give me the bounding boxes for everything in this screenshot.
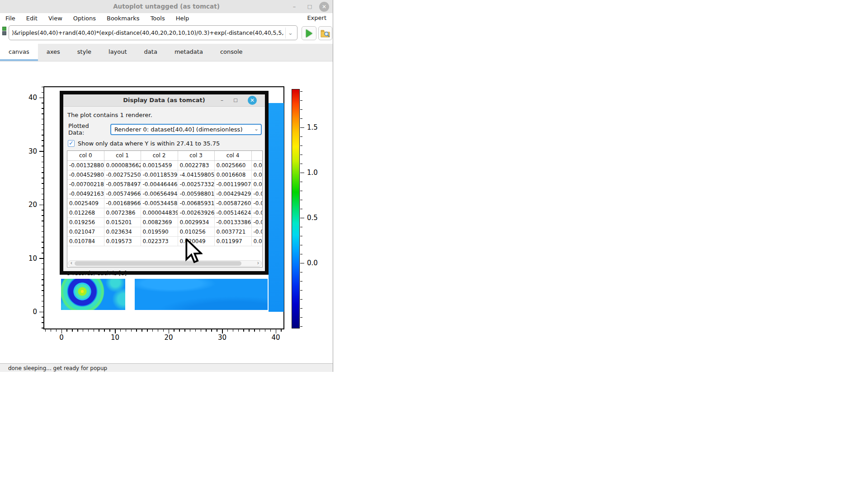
x-tick — [115, 329, 116, 333]
horizontal-scrollbar[interactable]: ‹ › — [68, 260, 262, 267]
x-tick — [99, 329, 99, 332]
tab-style[interactable]: style — [69, 44, 100, 61]
colorbar-tick — [300, 100, 302, 101]
plotted-data-combobox[interactable]: Renderer 0: dataset[40,40] (dimensionles… — [110, 124, 262, 135]
colorbar — [292, 89, 300, 328]
tab-canvas[interactable]: canvas — [0, 44, 38, 61]
tab-metadata[interactable]: metadata — [166, 44, 212, 61]
column-header[interactable]: col 4 — [214, 151, 251, 160]
table-row[interactable]: -0.00492163...-0.00574966...-0.00656494.… — [67, 189, 263, 198]
table-row[interactable]: -0.00132880...0.0000836620.00154590.0022… — [67, 160, 263, 170]
x-tick — [243, 329, 244, 332]
column-header[interactable]: col 2 — [141, 151, 178, 160]
y-tick — [42, 103, 44, 103]
expert-mode-label[interactable]: Expert — [307, 14, 326, 21]
menu-help[interactable]: Help — [176, 15, 189, 22]
window-close-icon[interactable]: ✕ — [319, 2, 329, 12]
status-text: done sleeping... get ready for popup — [8, 365, 107, 371]
column-header[interactable]: col 0 — [67, 151, 104, 160]
colorbar-tick — [300, 290, 302, 291]
menu-options[interactable]: Options — [73, 15, 96, 22]
scrollbar-thumb[interactable] — [75, 261, 241, 266]
table-row[interactable]: 0.0107840.0195730.0223730.0200490.011997… — [67, 236, 263, 246]
colorbar-tick — [300, 91, 302, 92]
dialog-titlebar[interactable]: Display Data (as tomcat) – □ ✕ — [63, 94, 265, 107]
y-tick — [42, 290, 44, 291]
dialog-maximize-icon[interactable]: □ — [231, 96, 240, 105]
menu-view[interactable]: View — [48, 15, 62, 22]
y-tick — [42, 226, 44, 227]
dialog-close-icon[interactable]: ✕ — [248, 96, 257, 105]
tab-console[interactable]: console — [212, 44, 251, 61]
table-cell: -0.00133386... — [214, 217, 251, 227]
menu-edit[interactable]: Edit — [26, 15, 38, 22]
y-tick — [42, 183, 44, 184]
menu-file[interactable]: File — [5, 15, 15, 22]
table-row[interactable]: 0.0025409-0.00168966...-0.00534458...-0.… — [67, 198, 263, 208]
table-cell: 0.0072386 — [104, 208, 141, 217]
colorbar-tick — [300, 145, 302, 146]
colorbar-tick — [300, 127, 304, 128]
table-cell: 0.010784 — [67, 236, 104, 246]
table-cell: -0.00263926... — [178, 208, 214, 217]
x-tick — [195, 329, 196, 332]
column-header[interactable]: col 3 — [178, 151, 214, 160]
colorbar-tick — [300, 136, 302, 137]
scroll-left-icon[interactable]: ‹ — [69, 261, 74, 266]
y-tick — [42, 87, 44, 88]
table-row[interactable]: 0.0210470.0236340.0195900.0102560.003772… — [67, 227, 263, 236]
menu-tools[interactable]: Tools — [151, 15, 165, 22]
x-tick — [276, 329, 277, 333]
colorbar-tick — [300, 317, 302, 318]
tab-data[interactable]: data — [136, 44, 166, 61]
y-tick — [42, 172, 44, 173]
heatmap-strip-right — [269, 103, 284, 312]
uri-combobox[interactable]: )&ripples(40,40)+rand(40,40)*(exp(-dista… — [9, 25, 297, 40]
colorbar-tick — [300, 155, 302, 155]
y-tick — [42, 92, 44, 93]
window-titlebar[interactable]: Autoplot untagged (as tomcat) – □ ✕ — [0, 0, 333, 13]
go-button[interactable] — [302, 26, 316, 40]
data-table-viewport: col 0col 1col 2col 3col 4 -0.00132880...… — [67, 150, 263, 267]
y-tick — [42, 108, 44, 109]
table-row[interactable]: 0.0122680.00723860.000044839-0.00263926.… — [67, 208, 263, 217]
colorbar-tick — [300, 109, 302, 110]
table-cell: -0.0 — [251, 227, 263, 236]
x-tick — [147, 329, 148, 332]
dialog-minimize-icon[interactable]: – — [217, 96, 226, 105]
colorbar-tick — [300, 281, 302, 282]
colorbar-tick — [300, 191, 302, 192]
window-minimize-icon[interactable]: – — [289, 2, 299, 12]
uri-input[interactable]: )&ripples(40,40)+rand(40,40)*(exp(-dista… — [12, 29, 283, 36]
filter-checkbox[interactable]: ✓ — [68, 140, 75, 147]
menu-bookmarks[interactable]: Bookmarks — [107, 15, 140, 22]
x-tick — [104, 329, 105, 332]
window-maximize-icon[interactable]: □ — [305, 2, 315, 12]
chevron-down-icon[interactable]: ⌄ — [285, 28, 295, 38]
tab-axes[interactable]: axes — [38, 44, 69, 61]
y-tick — [42, 263, 44, 264]
x-tick — [217, 329, 217, 332]
window-title: Autoplot untagged (as tomcat) — [0, 3, 333, 10]
scroll-right-icon[interactable]: › — [255, 261, 261, 266]
table-cell: -0.00578497... — [104, 179, 141, 189]
column-header[interactable]: col 1 — [104, 151, 141, 160]
colorbar-tick — [300, 272, 302, 273]
tab-layout[interactable]: layout — [100, 44, 136, 61]
x-tick — [227, 329, 228, 332]
table-cell: 0.0025660 — [214, 160, 251, 170]
column-header[interactable] — [251, 151, 263, 160]
x-tick — [72, 329, 73, 332]
table-row[interactable]: -0.00700218...-0.00578497...-0.00446446.… — [67, 179, 263, 189]
table-cell: -0.00119907... — [214, 179, 251, 189]
mouse-cursor — [184, 239, 203, 265]
table-cell: 0.019590 — [141, 227, 178, 236]
colorbar-tick — [300, 236, 302, 237]
table-row[interactable]: 0.0192560.0152010.00823690.0029934-0.001… — [67, 217, 263, 227]
x-tick-label: 10 — [108, 333, 123, 342]
table-cell: -4.04159805... — [178, 170, 214, 179]
colorbar-tick-label: 0.5 — [307, 214, 318, 222]
inspect-file-button[interactable] — [318, 26, 332, 40]
colorbar-tick — [300, 218, 304, 219]
table-row[interactable]: -0.00452980...-0.00275250...-0.00118539.… — [67, 170, 263, 179]
